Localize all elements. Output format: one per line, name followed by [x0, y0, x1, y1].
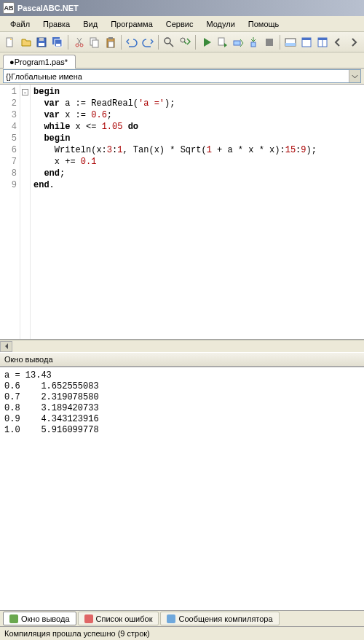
editor-horizontal-scrollbar[interactable]	[0, 340, 364, 352]
bottom-tab-label: Сообщения компилятора	[178, 614, 272, 623]
triangle-left-icon	[4, 343, 9, 349]
code-line: while x <= 1.05 do	[33, 121, 358, 133]
errors-tab-icon	[84, 614, 93, 623]
line-number: 1	[0, 86, 17, 98]
stop-button[interactable]	[262, 34, 277, 50]
window-1-button[interactable]	[299, 34, 314, 50]
menu-вид[interactable]: Вид	[77, 17, 103, 31]
debug-button[interactable]	[215, 34, 230, 50]
line-number: 2	[0, 98, 17, 109]
scope-combo-label: {}Глобальные имена	[6, 72, 82, 81]
toggle-output-icon	[285, 36, 296, 48]
svg-rect-16	[218, 38, 224, 45]
toggle-output-button[interactable]	[283, 34, 298, 50]
status-text: Компиляция прошла успешно (9 строк)	[4, 629, 150, 638]
stop-icon	[264, 36, 275, 48]
svg-rect-13	[108, 42, 114, 47]
open-file-icon	[20, 36, 32, 48]
step-over-button[interactable]	[230, 34, 245, 50]
toolbar-separator	[195, 35, 196, 50]
copy-button[interactable]	[87, 34, 103, 50]
titlebar: AB PascalABC.NET	[0, 0, 364, 16]
undo-button[interactable]	[124, 34, 140, 50]
svg-rect-3	[39, 38, 44, 41]
debug-icon	[216, 36, 228, 48]
step-into-button[interactable]	[246, 34, 261, 50]
fold-column	[20, 85, 31, 339]
svg-rect-12	[108, 37, 113, 39]
copy-icon	[89, 36, 100, 48]
menu-файл[interactable]: Файл	[4, 17, 36, 31]
step-over-icon	[232, 36, 244, 48]
line-number: 7	[0, 156, 17, 168]
fold-marker-icon[interactable]	[22, 89, 28, 95]
scope-combo[interactable]: {}Глобальные имена	[3, 69, 361, 83]
messages-tab-icon	[167, 614, 175, 623]
code-editor[interactable]: 123456789 begin var a := ReadReal('a =')…	[0, 85, 364, 340]
next-button[interactable]	[346, 34, 361, 50]
toolbar-separator	[158, 35, 159, 50]
chevron-down-icon	[349, 71, 360, 82]
editor-tab-program1[interactable]: ●Program1.pas*	[3, 55, 76, 69]
cut-button[interactable]	[71, 34, 87, 50]
run-button[interactable]	[199, 34, 214, 50]
menu-правка[interactable]: Правка	[37, 17, 76, 31]
save-all-button[interactable]	[50, 34, 66, 50]
code-line: end;	[33, 168, 358, 179]
svg-point-14	[165, 38, 170, 44]
line-number: 3	[0, 109, 17, 121]
svg-rect-23	[302, 38, 311, 40]
prev-button[interactable]	[331, 34, 346, 50]
find-button[interactable]	[162, 34, 177, 50]
redo-icon	[142, 36, 154, 48]
next-icon	[348, 36, 360, 48]
svg-rect-19	[266, 39, 273, 46]
menu-сервис[interactable]: Сервис	[160, 17, 199, 31]
line-number: 9	[0, 179, 17, 191]
bottom-tab-список-ошибок[interactable]: Список ошибок	[78, 612, 159, 625]
find-icon	[163, 36, 175, 48]
toolbar-separator	[280, 35, 280, 50]
svg-rect-18	[251, 42, 256, 47]
output-panel-title: Окно вывода	[4, 355, 53, 364]
line-number: 4	[0, 121, 17, 133]
find-next-button[interactable]	[178, 34, 193, 50]
scope-row: {}Глобальные имена	[0, 69, 364, 85]
open-file-button[interactable]	[19, 34, 34, 50]
menu-помощь[interactable]: Помощь	[242, 17, 285, 31]
undo-icon	[126, 36, 138, 48]
output-panel-body[interactable]: a = 13.43 0.6 1.652555083 0.7 2.31907858…	[0, 367, 364, 610]
find-next-icon	[179, 36, 191, 48]
code-text-area[interactable]: begin var a := ReadReal('a ='); var x :=…	[31, 85, 364, 339]
new-file-icon	[4, 36, 16, 48]
window-1-icon	[301, 36, 312, 48]
save-button[interactable]	[34, 34, 50, 50]
paste-button[interactable]	[103, 34, 118, 50]
line-number-gutter: 123456789	[0, 85, 20, 339]
cut-icon	[74, 36, 85, 48]
menubar: ФайлПравкаВидПрограммаСервисМодулиПомощь	[0, 16, 364, 32]
bottom-tab-сообщения-компилятора[interactable]: Сообщения компилятора	[160, 612, 279, 625]
code-line: var x := 0.6;	[33, 109, 358, 121]
run-icon	[201, 36, 213, 48]
menu-модули[interactable]: Модули	[200, 17, 240, 31]
line-number: 6	[0, 144, 17, 156]
save-icon	[36, 36, 47, 48]
bottom-tab-label: Окно вывода	[21, 614, 70, 623]
paste-icon	[105, 36, 116, 48]
editor-tab-label: ●Program1.pas*	[9, 58, 68, 66]
code-line: x += 0.1	[33, 156, 358, 168]
menu-программа[interactable]: Программа	[105, 17, 159, 31]
window-2-button[interactable]	[314, 34, 330, 50]
bottom-tab-окно-вывода[interactable]: Окно вывода	[3, 612, 76, 625]
scroll-left-button[interactable]	[0, 341, 12, 352]
app-icon: AB	[3, 2, 15, 14]
svg-rect-21	[285, 43, 296, 46]
scope-combo-dropdown-button[interactable]	[349, 70, 360, 82]
redo-button[interactable]	[141, 34, 156, 50]
main-toolbar	[0, 32, 364, 52]
code-line: end.	[33, 179, 358, 191]
window-2-icon	[317, 36, 328, 48]
line-number: 5	[0, 133, 17, 144]
new-file-button[interactable]	[3, 34, 18, 50]
